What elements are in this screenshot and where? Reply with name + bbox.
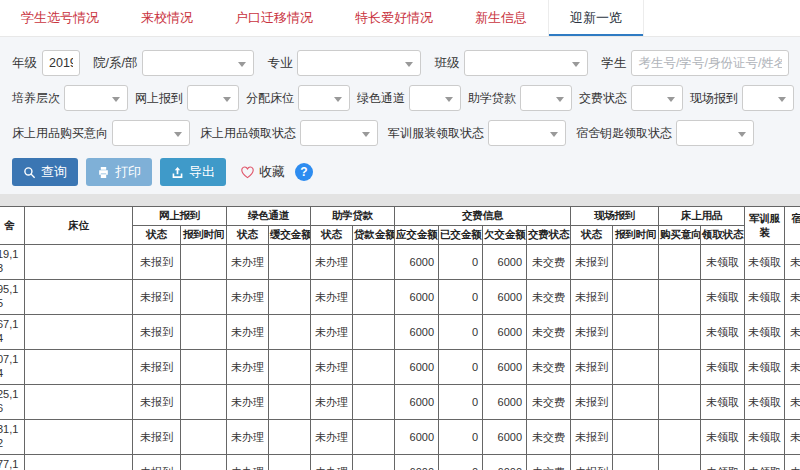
key-receive-label: 宿舍钥匙领取状态 (576, 125, 672, 142)
class-select[interactable] (464, 50, 588, 76)
chevron-down-icon (112, 97, 120, 102)
table-cell: 未办理 (227, 350, 269, 385)
level-select[interactable] (64, 85, 128, 111)
col-header-owed-amount: 欠交金额 (483, 226, 527, 245)
table-cell (613, 245, 659, 280)
favorite-button[interactable]: 收藏 (240, 163, 285, 181)
table-cell: 未办理 (227, 420, 269, 455)
table-cell (659, 455, 701, 470)
chevron-down-icon (334, 97, 342, 102)
table-cell: 未领取 (701, 350, 745, 385)
table-cell: 未领取 (745, 280, 785, 315)
table-cell: 未领取 (785, 280, 800, 315)
bedding-intent-select[interactable] (112, 120, 190, 146)
level-label: 培养层次 (12, 90, 60, 107)
export-button[interactable]: 导出 (160, 158, 226, 186)
query-label: 查询 (41, 163, 67, 181)
dept-select[interactable] (142, 50, 254, 76)
table-cell: 未报到 (571, 420, 613, 455)
help-icon[interactable]: ? (295, 163, 313, 181)
green-channel-select[interactable] (409, 85, 461, 111)
table-cell (353, 245, 395, 280)
table-cell: 未办理 (311, 385, 353, 420)
uniform-receive-select[interactable] (488, 120, 566, 146)
search-icon (23, 166, 36, 179)
table-cell: 6000 (483, 420, 527, 455)
pay-status-select[interactable] (631, 85, 683, 111)
filter-row-1: 年级 院/系/部 专业 班级 学生 (12, 50, 788, 76)
table-cell: 未领取 (785, 350, 800, 385)
table-cell: 未领取 (785, 385, 800, 420)
filter-green-channel: 绿色通道 (357, 85, 461, 111)
table-cell: 未领取 (745, 455, 785, 470)
loan-select[interactable] (520, 85, 572, 111)
table-cell: 0 (439, 280, 483, 315)
printer-icon (97, 166, 110, 179)
col-group-bedding: 床上用品 (659, 207, 745, 226)
site-report-select[interactable] (742, 85, 794, 111)
table-cell: 未交费 (527, 455, 571, 470)
chevron-down-icon (572, 62, 580, 67)
tab-arrival-status[interactable]: 来校情况 (120, 0, 214, 36)
student-input[interactable] (631, 50, 789, 76)
grade-label: 年级 (12, 55, 37, 72)
table-cell: 6000 (395, 350, 439, 385)
col-header-online-status: 状态 (133, 226, 181, 245)
table-cell: 31,12 (0, 420, 25, 455)
table-cell: 未领取 (785, 420, 800, 455)
col-group-online-report: 网上报到 (133, 207, 227, 226)
bed-assign-label: 分配床位 (246, 90, 294, 107)
col-header-receive-status: 领取状态 (701, 226, 745, 245)
table-cell (269, 245, 311, 280)
filter-row-3: 床上用品购买意向 床上用品领取状态 军训服装领取状态 宿舍钥匙领取状态 (12, 120, 788, 146)
col-header-site-status: 状态 (571, 226, 613, 245)
favorite-label: 收藏 (259, 163, 285, 181)
heart-icon (240, 165, 255, 179)
table-cell (25, 245, 133, 280)
table-cell (613, 385, 659, 420)
table-cell: 未领取 (701, 280, 745, 315)
tab-student-number-selection[interactable]: 学生选号情况 (0, 0, 120, 36)
bedding-receive-select[interactable] (300, 120, 378, 146)
bed-assign-select[interactable] (298, 85, 350, 111)
print-button[interactable]: 打印 (86, 158, 152, 186)
table-cell (353, 455, 395, 470)
table-cell (659, 420, 701, 455)
table-cell: 未领取 (785, 245, 800, 280)
tab-welcome-overview[interactable]: 迎新一览 (548, 0, 644, 36)
table-cell: 未领取 (701, 385, 745, 420)
table-cell: 未领取 (701, 420, 745, 455)
toolbar: 查询 打印 导出 收藏 ? (12, 158, 788, 186)
col-group-site-report: 现场报到 (571, 207, 659, 226)
grade-input[interactable] (42, 50, 80, 76)
green-channel-label: 绿色通道 (357, 90, 405, 107)
key-receive-select[interactable] (676, 120, 754, 146)
table-cell: 未报到 (133, 245, 181, 280)
major-select[interactable] (297, 50, 421, 76)
table-cell (181, 245, 227, 280)
col-header-loan-amount: 贷款金额 (353, 226, 395, 245)
table-cell (613, 455, 659, 470)
table-row: 25,16未报到未办理未办理600006000未交费未报到未领取未领取未领取 (0, 385, 800, 420)
tab-hobbies[interactable]: 特长爱好情况 (334, 0, 454, 36)
table-cell: 未报到 (571, 315, 613, 350)
major-label: 专业 (267, 55, 292, 72)
col-group-payment-info: 交费信息 (395, 207, 571, 226)
table-body: 19,13未报到未办理未办理600006000未交费未报到未领取未领取未领取95… (0, 245, 800, 470)
table-cell: 未交费 (527, 420, 571, 455)
table-cell (353, 420, 395, 455)
filter-class: 班级 (434, 50, 588, 76)
col-header-loan-status: 状态 (311, 226, 353, 245)
online-report-select[interactable] (187, 85, 239, 111)
table-cell: 6000 (395, 280, 439, 315)
tab-household-migration[interactable]: 户口迁移情况 (214, 0, 334, 36)
tab-new-student-info[interactable]: 新生信息 (454, 0, 548, 36)
table-cell: 6000 (483, 385, 527, 420)
col-header-dorm-key: 宿舍钥匙 (785, 207, 800, 245)
online-report-label: 网上报到 (135, 90, 183, 107)
query-button[interactable]: 查询 (12, 158, 78, 186)
col-group-loan: 助学贷款 (311, 207, 395, 226)
filter-site-report: 现场报到 (690, 85, 794, 111)
table-cell (269, 350, 311, 385)
filter-grade: 年级 (12, 50, 80, 76)
